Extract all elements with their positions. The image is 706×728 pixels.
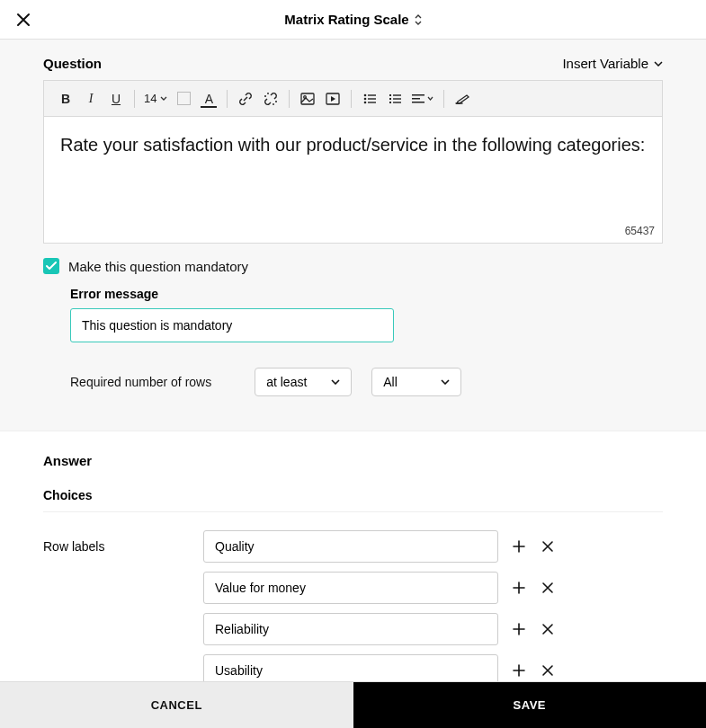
svg-rect-10 <box>393 98 401 99</box>
clear-format-button[interactable] <box>450 86 475 111</box>
row-label-row <box>203 613 663 645</box>
add-row-icon[interactable] <box>511 580 527 596</box>
font-size-select[interactable]: 14 <box>140 92 171 105</box>
chevron-down-icon <box>441 379 450 385</box>
header-title-wrap[interactable]: Matrix Rating Scale <box>32 12 674 27</box>
editor-content-area[interactable]: Rate your satisfaction with our product/… <box>44 117 662 243</box>
svg-rect-15 <box>412 94 424 96</box>
underline-button[interactable]: U <box>103 86 129 111</box>
svg-point-5 <box>364 101 367 103</box>
svg-rect-6 <box>368 94 376 95</box>
add-row-icon[interactable] <box>511 621 527 637</box>
error-message-title: Error message <box>70 287 663 301</box>
page-title: Matrix Rating Scale <box>284 12 408 27</box>
svg-rect-11 <box>393 102 401 102</box>
sort-caret-icon <box>415 14 422 25</box>
editor-toolbar: B I U 14 A <box>44 81 662 117</box>
svg-rect-13 <box>389 98 391 100</box>
rows-condition-select[interactable]: at least <box>255 368 352 396</box>
svg-rect-8 <box>368 102 376 102</box>
caret-down-icon <box>654 61 663 67</box>
choices-title: Choices <box>43 488 663 512</box>
rows-count-select[interactable]: All <box>371 368 461 396</box>
svg-rect-9 <box>393 94 401 95</box>
image-button[interactable] <box>295 86 320 111</box>
question-section: Question Insert Variable B I U 14 <box>0 40 706 244</box>
caret-down-icon <box>160 96 167 101</box>
svg-rect-0 <box>301 93 314 104</box>
row-label-input[interactable] <box>203 572 498 604</box>
rows-count-value: All <box>383 375 398 389</box>
bullet-list-button[interactable] <box>357 86 382 111</box>
align-button[interactable] <box>407 86 438 111</box>
font-size-value: 14 <box>144 92 156 105</box>
text-color-button[interactable]: A <box>196 86 221 111</box>
video-button[interactable] <box>320 86 345 111</box>
answer-section: Answer Choices Row labels <box>0 431 706 681</box>
numbered-list-button[interactable] <box>382 86 407 111</box>
remove-row-icon[interactable] <box>540 662 556 679</box>
italic-button[interactable]: I <box>78 86 103 111</box>
svg-rect-7 <box>368 98 376 99</box>
svg-rect-14 <box>389 102 391 103</box>
row-label-row <box>203 530 663 563</box>
row-label-input[interactable] <box>203 654 498 681</box>
footer: CANCEL SAVE <box>0 681 706 728</box>
cancel-button[interactable]: CANCEL <box>0 682 353 728</box>
svg-point-4 <box>364 97 367 100</box>
link-button[interactable] <box>233 86 258 111</box>
insert-variable-label: Insert Variable <box>562 56 648 71</box>
row-labels-list <box>203 530 663 681</box>
row-label-input[interactable] <box>203 530 498 563</box>
required-rows-block: Required number of rows at least All <box>0 342 706 431</box>
save-label: SAVE <box>514 698 546 712</box>
unlink-button[interactable] <box>258 86 283 111</box>
mandatory-label: Make this question mandatory <box>68 259 248 274</box>
chevron-down-icon <box>331 379 340 385</box>
add-row-icon[interactable] <box>511 538 527 555</box>
row-label-input[interactable] <box>203 613 498 645</box>
error-message-input[interactable] <box>70 308 394 342</box>
header: Matrix Rating Scale <box>0 0 706 40</box>
caret-down-icon <box>427 96 433 101</box>
row-labels-title: Row labels <box>43 530 203 681</box>
bold-button[interactable]: B <box>53 86 78 111</box>
mandatory-checkbox[interactable] <box>43 258 59 274</box>
row-label-row <box>203 654 663 681</box>
svg-rect-16 <box>412 98 420 100</box>
remove-row-icon[interactable] <box>540 621 556 637</box>
insert-variable-button[interactable]: Insert Variable <box>562 56 663 71</box>
cancel-label: CANCEL <box>151 698 202 712</box>
svg-rect-17 <box>412 102 424 103</box>
char-counter: 65437 <box>625 225 655 237</box>
save-button[interactable]: SAVE <box>353 682 707 728</box>
add-row-icon[interactable] <box>511 662 527 679</box>
row-label-row <box>203 572 663 604</box>
remove-row-icon[interactable] <box>540 538 556 555</box>
remove-row-icon[interactable] <box>540 580 556 596</box>
question-label: Question <box>43 56 102 71</box>
required-rows-label: Required number of rows <box>70 375 211 389</box>
answer-title: Answer <box>43 453 663 468</box>
rows-condition-value: at least <box>266 375 307 389</box>
question-text: Rate your satisfaction with our product/… <box>60 133 646 157</box>
svg-point-3 <box>364 93 367 96</box>
rich-text-editor: B I U 14 A <box>43 80 663 244</box>
error-message-block: Error message <box>0 274 706 342</box>
bg-color-button[interactable] <box>171 86 196 111</box>
mandatory-row: Make this question mandatory <box>0 258 706 274</box>
svg-rect-12 <box>389 94 391 96</box>
close-icon[interactable] <box>14 11 32 29</box>
